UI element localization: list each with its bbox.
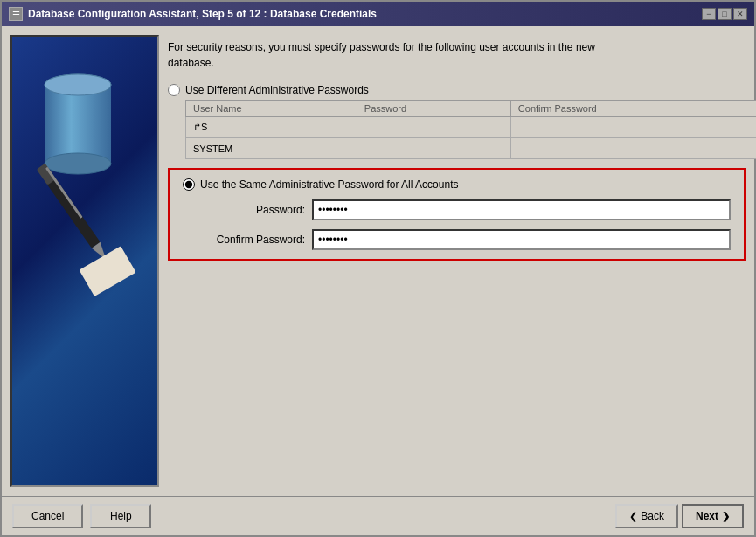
col-confirm: Confirm Password xyxy=(510,101,756,117)
password-field-label: Password: xyxy=(200,204,305,216)
password-table: User Name Password Confirm Password ↱S xyxy=(185,100,756,159)
button-bar: Cancel Help ❮ Back Next ❯ xyxy=(2,496,754,535)
confirm-password-row: Confirm Password: xyxy=(200,229,731,250)
back-button[interactable]: ❮ Back xyxy=(615,504,678,528)
window-body: For security reasons, you must specify p… xyxy=(2,26,754,535)
svg-rect-8 xyxy=(80,246,136,296)
password-input[interactable] xyxy=(312,199,731,220)
minimize-button[interactable]: − xyxy=(702,8,716,20)
username-cell-1: ↱S xyxy=(186,117,357,138)
app-icon: ☰ xyxy=(9,7,23,21)
same-password-label: Use the Same Administrative Password for… xyxy=(200,178,458,191)
different-passwords-section: Use Different Administrative Passwords U… xyxy=(168,84,746,159)
password-cell-2[interactable] xyxy=(357,138,510,159)
back-arrow: ❮ xyxy=(629,511,637,522)
content-area: For security reasons, you must specify p… xyxy=(2,26,754,496)
left-buttons: Cancel Help xyxy=(12,504,151,528)
description-line1: For security reasons, you must specify p… xyxy=(168,41,595,53)
col-username: User Name xyxy=(186,101,357,117)
right-buttons: ❮ Back Next ❯ xyxy=(615,504,744,528)
confirm-cell-2[interactable] xyxy=(510,138,756,159)
svg-rect-1 xyxy=(45,85,111,164)
back-label: Back xyxy=(641,510,664,522)
different-passwords-radio-label[interactable]: Use Different Administrative Passwords xyxy=(168,84,746,96)
description-line2: database. xyxy=(168,57,214,69)
same-password-section: Use the Same Administrative Password for… xyxy=(168,168,746,261)
next-arrow: ❯ xyxy=(722,511,730,522)
table-header-row: User Name Password Confirm Password xyxy=(186,101,757,117)
illustration-svg xyxy=(12,37,159,457)
window-controls: − □ ✕ xyxy=(702,8,747,20)
next-button[interactable]: Next ❯ xyxy=(682,504,744,528)
cursor-indicator: ↱S xyxy=(193,122,207,132)
main-content: For security reasons, you must specify p… xyxy=(168,35,746,487)
table-row: ↱S xyxy=(186,117,757,138)
username-cell-2: SYSTEM xyxy=(186,138,357,159)
help-button[interactable]: Help xyxy=(90,504,151,528)
confirm-password-input[interactable] xyxy=(312,229,731,250)
svg-point-3 xyxy=(45,74,111,95)
table-row: SYSTEM xyxy=(186,138,757,159)
description-text: For security reasons, you must specify p… xyxy=(168,35,746,75)
col-password: Password xyxy=(357,101,510,117)
password-row: Password: xyxy=(200,199,731,220)
different-passwords-radio[interactable] xyxy=(168,84,180,96)
confirm-password-field-label: Confirm Password: xyxy=(200,234,305,246)
svg-point-2 xyxy=(45,153,111,174)
same-password-radio-label[interactable]: Use the Same Administrative Password for… xyxy=(183,178,731,191)
next-label: Next xyxy=(696,510,718,522)
cancel-button[interactable]: Cancel xyxy=(12,504,83,528)
illustration-container xyxy=(12,37,157,485)
confirm-cell-1[interactable] xyxy=(510,117,756,138)
left-panel xyxy=(10,35,159,487)
svg-rect-7 xyxy=(45,167,83,219)
main-window: ☰ Database Configuration Assistant, Step… xyxy=(0,0,756,537)
title-bar-left: ☰ Database Configuration Assistant, Step… xyxy=(9,7,377,21)
close-button[interactable]: ✕ xyxy=(733,8,747,20)
title-bar: ☰ Database Configuration Assistant, Step… xyxy=(2,2,754,26)
window-title: Database Configuration Assistant, Step 5… xyxy=(28,8,377,20)
password-cell-1[interactable] xyxy=(357,117,510,138)
svg-rect-4 xyxy=(46,178,100,248)
maximize-button[interactable]: □ xyxy=(718,8,732,20)
same-password-radio[interactable] xyxy=(183,178,195,191)
different-passwords-label: Use Different Administrative Passwords xyxy=(185,84,369,96)
